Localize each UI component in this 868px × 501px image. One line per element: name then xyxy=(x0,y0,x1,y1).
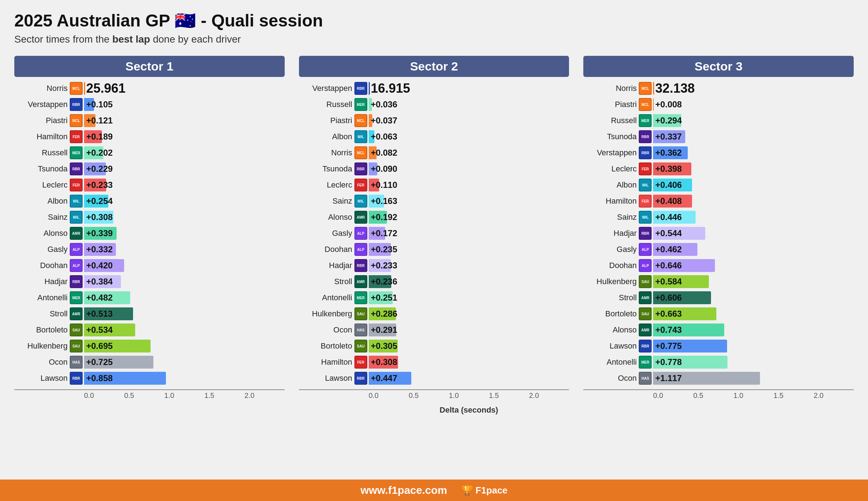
driver-name: Lawson xyxy=(14,374,70,383)
table-row: HamiltonFER+0.189 xyxy=(14,130,285,144)
delta-value: +0.202 xyxy=(84,148,113,158)
delta-value: +0.775 xyxy=(653,341,682,351)
table-row: NorrisMCL+0.082 xyxy=(299,146,569,160)
team-logo: ALP xyxy=(639,259,652,272)
delta-value: +0.189 xyxy=(84,132,113,142)
delta-value: +0.008 xyxy=(653,99,682,110)
table-row: HulkenbergSAU+0.584 xyxy=(583,274,854,289)
team-logo: MCL xyxy=(70,82,83,95)
driver-name: Hadjar xyxy=(14,277,70,286)
team-logo: SAU xyxy=(70,340,83,352)
driver-name: Sainz xyxy=(14,213,70,222)
driver-name: Ocon xyxy=(299,325,354,335)
table-row: HadjarRBR+0.233 xyxy=(299,258,569,273)
delta-value: +0.082 xyxy=(369,148,397,158)
bar-container: +0.362 xyxy=(653,146,854,159)
table-row: TsunodaRBR+0.229 xyxy=(14,162,285,176)
bar-container: +0.858 xyxy=(84,372,285,385)
table-row: AntonelliMER+0.482 xyxy=(14,291,285,305)
table-row: GaslyALP+0.462 xyxy=(583,242,854,257)
driver-name: Leclerc xyxy=(14,180,70,190)
bar-container: +1.117 xyxy=(653,372,854,385)
best-time-value: 16.915 xyxy=(369,81,410,96)
team-logo: AMR xyxy=(70,307,83,320)
table-row: HulkenbergSAU+0.695 xyxy=(14,339,285,353)
table-row: GaslyALP+0.172 xyxy=(299,226,569,240)
team-logo: WIL xyxy=(70,195,83,208)
delta-value: +0.482 xyxy=(84,293,113,303)
delta-value: +0.251 xyxy=(369,293,397,303)
driver-name: Tsunoda xyxy=(14,164,70,174)
table-row: SainzWIL+0.308 xyxy=(14,210,285,224)
table-row: BortoletoSAU+0.305 xyxy=(299,339,569,353)
bar-container: +0.189 xyxy=(84,130,285,143)
best-time-value: 25.961 xyxy=(84,81,126,96)
driver-name: Ocon xyxy=(14,357,70,367)
team-logo: RBR xyxy=(70,162,83,175)
team-logo: RBR xyxy=(354,82,367,95)
table-row: AlbonWIL+0.406 xyxy=(583,178,854,192)
axis-tick: 1.0 xyxy=(164,391,204,400)
driver-name: Piastri xyxy=(299,116,354,125)
delta-value: +0.233 xyxy=(84,180,113,190)
table-row: AlonsoAMR+0.339 xyxy=(14,226,285,240)
footer-url: www.f1pace.com xyxy=(361,484,447,496)
driver-name: Hulkenberg xyxy=(299,309,354,318)
table-row: PiastriMCL+0.008 xyxy=(583,97,854,112)
axis-tick: 0.0 xyxy=(84,391,124,400)
table-row: HadjarRBR+0.544 xyxy=(583,226,854,240)
driver-name: Albon xyxy=(14,196,70,206)
driver-name: Sainz xyxy=(299,196,354,206)
table-row: VerstappenRBR+0.105 xyxy=(14,97,285,112)
team-logo: HAS xyxy=(354,324,367,336)
bar-container: +0.251 xyxy=(369,291,569,304)
driver-name: Sainz xyxy=(583,213,639,222)
team-logo: ALP xyxy=(70,243,83,256)
bar-container: +0.291 xyxy=(369,324,569,336)
team-logo: FER xyxy=(70,130,83,143)
delta-value: +0.778 xyxy=(653,357,682,367)
delta-value: +0.121 xyxy=(84,116,113,126)
bar-container: +0.447 xyxy=(369,372,569,385)
team-logo: FER xyxy=(639,162,652,175)
bar-container: +0.406 xyxy=(653,179,854,191)
driver-name: Norris xyxy=(583,84,639,93)
team-logo: RBR xyxy=(354,162,367,175)
sector-block-3: Sector 3NorrisMCL32.138PiastriMCL+0.008R… xyxy=(583,56,854,400)
driver-name: Gasly xyxy=(299,229,354,238)
table-row: SainzWIL+0.446 xyxy=(583,210,854,224)
driver-name: Doohan xyxy=(299,245,354,254)
team-logo: SAU xyxy=(70,324,83,336)
bar-container: +0.743 xyxy=(653,324,854,336)
delta-value: +0.339 xyxy=(84,228,113,238)
table-row: LeclercFER+0.110 xyxy=(299,178,569,192)
delta-value: +0.236 xyxy=(369,277,397,287)
team-logo: FER xyxy=(70,179,83,191)
driver-name: Piastri xyxy=(14,116,70,125)
bar-container: +0.308 xyxy=(84,211,285,224)
table-row: AlonsoAMR+0.192 xyxy=(299,210,569,224)
team-logo: RBR xyxy=(70,98,83,111)
table-row: RussellMER+0.036 xyxy=(299,97,569,112)
delta-value: +0.286 xyxy=(369,309,397,319)
driver-name: Hamilton xyxy=(299,357,354,367)
delta-value: +0.305 xyxy=(369,341,397,351)
driver-name: Doohan xyxy=(583,261,639,270)
delta-value: +0.408 xyxy=(653,196,682,206)
driver-name: Antonelli xyxy=(14,293,70,302)
team-logo: WIL xyxy=(354,195,367,208)
bar-container: +0.202 xyxy=(84,146,285,159)
driver-name: Russell xyxy=(14,148,70,157)
bar-container: +0.254 xyxy=(84,195,285,208)
subtitle: Sector times from the best lap done by e… xyxy=(14,34,854,45)
driver-name: Bortoleto xyxy=(299,341,354,351)
table-row: HamiltonFER+0.408 xyxy=(583,194,854,208)
table-row: LeclercFER+0.233 xyxy=(14,178,285,192)
delta-value: +0.534 xyxy=(84,325,113,335)
table-row: BortoletoSAU+0.534 xyxy=(14,323,285,337)
delta-value: +1.117 xyxy=(653,373,682,383)
delta-value: +0.646 xyxy=(653,261,682,271)
table-row: PiastriMCL+0.121 xyxy=(14,113,285,128)
delta-value: +0.406 xyxy=(653,180,682,190)
bar-container: +0.534 xyxy=(84,324,285,336)
